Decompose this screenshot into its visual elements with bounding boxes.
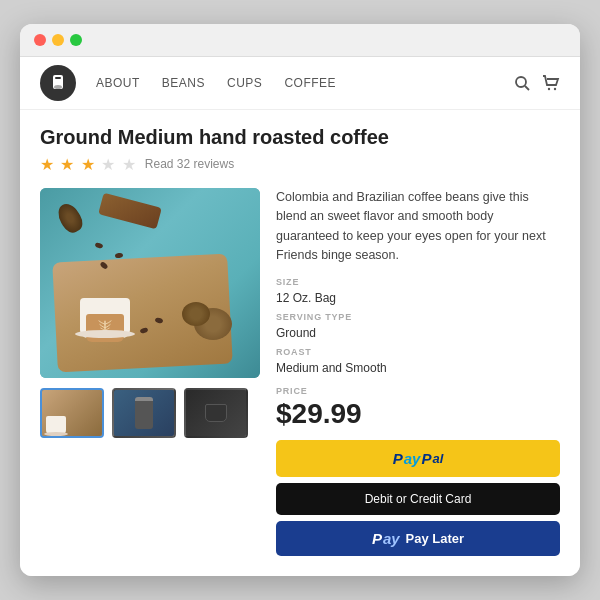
- paylater-text: Pay Later: [406, 531, 465, 546]
- nav-coffee[interactable]: COFFEE: [284, 76, 336, 90]
- star-2: ★: [60, 156, 75, 173]
- bark-decor: [98, 192, 162, 229]
- serving-value: Ground: [276, 326, 316, 340]
- thumbnail-3[interactable]: [184, 388, 248, 438]
- nav-about[interactable]: ABOUT: [96, 76, 140, 90]
- cookie2-decor: [182, 302, 210, 326]
- size-value: 12 Oz. Bag: [276, 291, 336, 305]
- price-label: PRICE: [276, 386, 560, 396]
- image-placeholder: [40, 188, 260, 378]
- navbar: ABOUT BEANS CUPS COFFEE: [20, 57, 580, 110]
- paylater-button[interactable]: Pay Pay Later: [276, 521, 560, 556]
- product-details: Colombia and Brazilian coffee beans give…: [276, 188, 560, 557]
- titlebar: [20, 24, 580, 57]
- star-1: ★: [40, 156, 55, 173]
- roast-label: ROAST: [276, 347, 560, 357]
- price-section: PRICE $29.99: [276, 386, 560, 430]
- thumbnail-1[interactable]: [40, 388, 104, 438]
- paylater-logo: Pay: [372, 530, 400, 547]
- product-page: Ground Medium hand roasted coffee ★ ★ ★ …: [20, 110, 580, 577]
- nav-links: ABOUT BEANS CUPS COFFEE: [96, 76, 514, 90]
- maximize-button[interactable]: [70, 34, 82, 46]
- size-label: SIZE: [276, 277, 560, 287]
- logo[interactable]: [40, 65, 76, 101]
- thumbnail-strip: [40, 388, 260, 438]
- svg-point-6: [554, 88, 556, 90]
- star-rating: ★ ★ ★ ★ ★: [40, 155, 137, 174]
- rating-row: ★ ★ ★ ★ ★ Read 32 reviews: [40, 155, 560, 174]
- nav-icons: [514, 75, 560, 91]
- svg-point-3: [516, 77, 526, 87]
- product-grid: Colombia and Brazilian coffee beans give…: [40, 188, 560, 557]
- paypal-button[interactable]: PayPal: [276, 440, 560, 477]
- browser-window: ABOUT BEANS CUPS COFFEE Ground Med: [20, 24, 580, 577]
- pine-cone-decor: [54, 200, 86, 236]
- thumbnail-2[interactable]: [112, 388, 176, 438]
- svg-point-2: [54, 85, 62, 89]
- main-product-image: [40, 188, 260, 378]
- svg-line-4: [525, 86, 529, 90]
- spec-serving: SERVING TYPE Ground: [276, 312, 560, 341]
- spec-roast: ROAST Medium and Smooth: [276, 347, 560, 376]
- bean-decor: [94, 242, 103, 249]
- product-images: [40, 188, 260, 557]
- star-4: ★: [101, 156, 116, 173]
- minimize-button[interactable]: [52, 34, 64, 46]
- svg-rect-1: [55, 77, 61, 79]
- cart-button[interactable]: [542, 75, 560, 91]
- close-button[interactable]: [34, 34, 46, 46]
- roast-value: Medium and Smooth: [276, 361, 387, 375]
- star-5: ★: [122, 156, 137, 173]
- serving-label: SERVING TYPE: [276, 312, 560, 322]
- spec-size: SIZE 12 Oz. Bag: [276, 277, 560, 306]
- bean-decor: [115, 252, 124, 258]
- star-3: ★: [81, 156, 96, 173]
- price-value: $29.99: [276, 398, 362, 429]
- search-button[interactable]: [514, 75, 530, 91]
- review-count[interactable]: Read 32 reviews: [145, 157, 234, 171]
- nav-beans[interactable]: BEANS: [162, 76, 205, 90]
- coffee-cup-decor: [80, 288, 135, 338]
- product-title: Ground Medium hand roasted coffee: [40, 126, 560, 149]
- svg-point-5: [548, 88, 550, 90]
- nav-cups[interactable]: CUPS: [227, 76, 262, 90]
- product-description: Colombia and Brazilian coffee beans give…: [276, 188, 560, 266]
- paypal-logo: PayPal: [393, 450, 444, 467]
- card-button[interactable]: Debit or Credit Card: [276, 483, 560, 515]
